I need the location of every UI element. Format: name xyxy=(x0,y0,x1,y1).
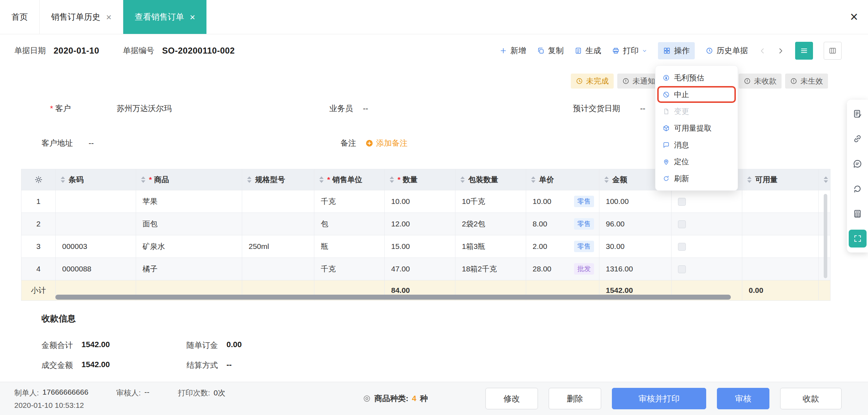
sort-icon[interactable] xyxy=(460,176,465,183)
cell-unit: 包 xyxy=(314,213,385,235)
menu-item-message[interactable]: 消息 xyxy=(655,136,738,153)
add-remark-button[interactable]: 添加备注 xyxy=(365,138,408,149)
cell-avail xyxy=(742,258,819,280)
price-mode-tag[interactable]: 零售 xyxy=(574,196,594,207)
menu-item-locate[interactable]: 定位 xyxy=(655,153,738,170)
menu-item-available-extract[interactable]: 可用量提取 xyxy=(655,120,738,136)
operations-button[interactable]: 操作 xyxy=(658,42,695,59)
creator-label: 制单人: xyxy=(14,388,39,398)
price-mode-tag[interactable]: 零售 xyxy=(574,218,594,230)
cell-amount: 1316.00 xyxy=(599,258,672,280)
sort-icon[interactable] xyxy=(604,176,609,183)
menu-item-change[interactable]: 变更 xyxy=(655,103,738,120)
print-button[interactable]: 打印 xyxy=(612,45,647,56)
cell-barcode: 000003 xyxy=(56,235,136,258)
price-mode-tag[interactable]: 批发 xyxy=(574,263,594,275)
cell-qty: 15.00 xyxy=(385,235,455,258)
modify-button[interactable]: 修改 xyxy=(485,388,538,409)
menu-item-refresh[interactable]: 刷新 xyxy=(655,170,738,187)
side-expand[interactable] xyxy=(847,226,868,251)
add-button[interactable]: 新增 xyxy=(499,45,526,56)
chat-icon xyxy=(853,159,862,169)
action-label: 历史单据 xyxy=(717,45,748,56)
column-header-label: 条码 xyxy=(69,175,84,185)
tab-close-icon[interactable]: × xyxy=(106,12,111,22)
salesman-label: 业务员 xyxy=(329,103,353,114)
sort-icon[interactable] xyxy=(824,176,828,183)
sort-icon[interactable] xyxy=(61,176,65,183)
item-row-4[interactable]: 40000088橘子千克47.0018箱2千克28.00批发1316.00 xyxy=(21,258,830,280)
row-checkbox[interactable] xyxy=(678,198,686,206)
row-checkbox[interactable] xyxy=(678,220,686,228)
side-calculator[interactable] xyxy=(847,201,868,226)
sort-icon[interactable] xyxy=(531,176,535,183)
grid-view-toggle[interactable] xyxy=(824,42,842,60)
row-checkbox[interactable] xyxy=(678,243,686,251)
audit-button[interactable]: 审核 xyxy=(717,388,769,409)
action-label: 新增 xyxy=(510,45,526,56)
side-reload[interactable] xyxy=(847,176,868,201)
generate-button[interactable]: 生成 xyxy=(574,45,601,56)
cell-spec xyxy=(242,213,314,235)
price-mode-tag[interactable]: 零售 xyxy=(574,241,594,252)
window-close-icon[interactable]: × xyxy=(840,0,868,34)
cell-pkg: 1箱3瓶 xyxy=(455,235,526,258)
item-row-1[interactable]: 1苹果千克10.0010千克10.00零售100.00 xyxy=(21,190,830,213)
side-document[interactable] xyxy=(847,101,868,126)
tab-home[interactable]: 首页 xyxy=(0,0,40,34)
info-icon xyxy=(790,78,797,85)
yen-circle-icon xyxy=(663,74,670,81)
row-seq: 4 xyxy=(21,258,56,280)
item-row-2[interactable]: 2面包包12.002袋2包8.00零售96.00 xyxy=(21,213,830,235)
amount-total-label: 金额合计 xyxy=(41,340,73,351)
item-row-3[interactable]: 3000003矿泉水250ml瓶15.001箱3瓶2.00零售30.00 xyxy=(21,235,830,258)
copy-button[interactable]: 复制 xyxy=(537,45,564,56)
vertical-scrollbar[interactable] xyxy=(824,194,827,278)
ban-icon xyxy=(663,91,670,98)
column-header-label: 包装数量 xyxy=(468,175,498,185)
list-view-toggle[interactable] xyxy=(795,42,813,60)
next-doc-button[interactable] xyxy=(777,47,784,55)
cell-amount: 96.00 xyxy=(599,213,672,235)
grid-icon xyxy=(663,47,671,55)
sort-icon[interactable] xyxy=(747,176,752,183)
tab-view-sales-order[interactable]: 查看销售订单× xyxy=(123,0,206,34)
delete-button[interactable]: 删除 xyxy=(549,388,601,409)
sort-icon[interactable] xyxy=(141,176,145,183)
toolbar-actions: 新增复制生成打印操作历史单据 xyxy=(499,42,842,60)
payment-row-1: 金额合计 1542.00 随单订金 0.00 xyxy=(41,340,363,351)
customer-value: 苏州万达沃尔玛 xyxy=(117,103,172,114)
receive-payment-button[interactable]: 收款 xyxy=(780,388,842,409)
prev-doc-button[interactable] xyxy=(759,47,766,55)
cell-qty: 47.00 xyxy=(385,258,455,280)
tab-sales-order-history[interactable]: 销售订单历史× xyxy=(40,0,123,34)
message-icon xyxy=(663,141,670,149)
payment-info-section: 收款信息 金额合计 1542.00 随单订金 0.00 成交金额 1542.00… xyxy=(41,313,363,380)
side-link[interactable] xyxy=(847,126,868,151)
action-label: 复制 xyxy=(548,45,564,56)
sort-icon[interactable] xyxy=(390,176,394,183)
audit-print-button[interactable]: 审核并打印 xyxy=(612,388,706,409)
menu-item-abort[interactable]: 中止 xyxy=(657,86,736,103)
menu-item-profit-estimate[interactable]: 毛利预估 xyxy=(655,69,738,86)
refresh-icon xyxy=(663,175,670,182)
info-icon xyxy=(744,78,751,85)
horizontal-scrollbar[interactable] xyxy=(55,295,731,300)
payment-row-2: 成交金额 1542.00 结算方式 -- xyxy=(41,360,363,371)
cell-product: 苹果 xyxy=(136,190,242,213)
sort-icon[interactable] xyxy=(247,176,251,183)
printer-icon xyxy=(612,47,620,55)
required-mark: * xyxy=(50,104,53,113)
category-label: 商品种类: xyxy=(374,393,408,404)
tab-close-icon[interactable]: × xyxy=(190,12,195,22)
history-docs-button[interactable]: 历史单据 xyxy=(705,45,748,56)
form-icon xyxy=(853,109,862,119)
plus-circle-icon xyxy=(365,139,373,147)
expand-icon[interactable] xyxy=(849,230,867,248)
plus-icon xyxy=(499,47,507,55)
sort-icon[interactable] xyxy=(319,176,324,183)
delivery-date-label: 预计交货日期 xyxy=(573,103,620,114)
row-checkbox[interactable] xyxy=(678,265,686,273)
side-toolbar xyxy=(847,100,868,252)
side-chat[interactable] xyxy=(847,151,868,176)
